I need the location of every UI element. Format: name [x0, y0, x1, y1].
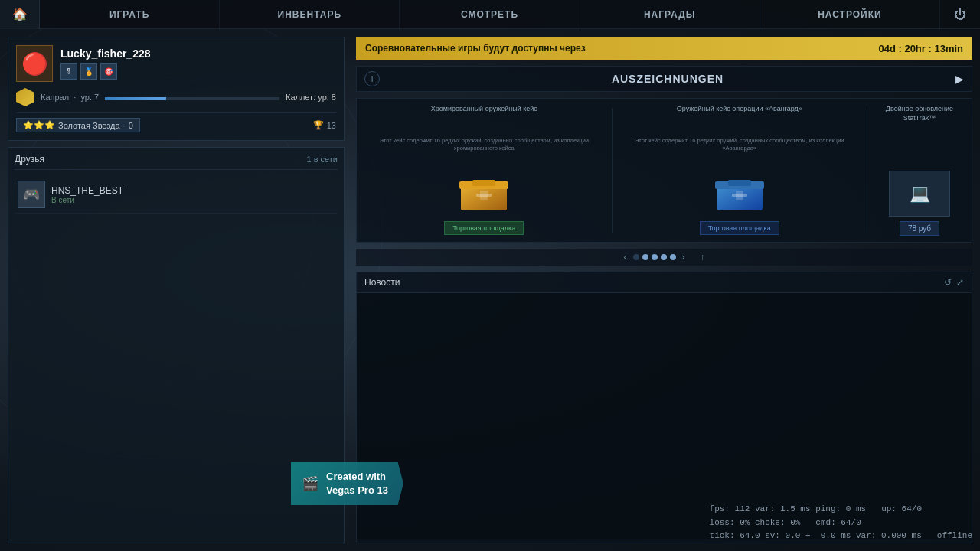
rank-badge: [16, 88, 34, 106]
profile-rank-row: Капрал · ур. 7 Каллет: ур. 8: [16, 88, 336, 106]
case-1-button[interactable]: Торговая площадка: [444, 221, 524, 235]
star-icon: ⭐⭐⭐: [23, 120, 55, 130]
friends-header: Друзья 1 в сети: [15, 154, 338, 170]
friends-title: Друзья: [15, 154, 44, 165]
case-2-desc: Этот кейс содержит 16 редких оружий, соз…: [619, 137, 861, 166]
top-navigation: 🏠 ИГРАТЬ ИНВЕНТАРЬ СМОТРЕТЬ НАГРАДЫ НАСТ…: [0, 0, 980, 29]
carousel-next[interactable]: ›: [679, 252, 688, 262]
perf-offline: offline: [937, 530, 972, 543]
profile-username: Lucky_fisher_228: [60, 47, 151, 60]
nav-inventory[interactable]: ИНВЕНТАРЬ: [220, 0, 400, 29]
star-badge: ⭐⭐⭐ Золотая Звезда · 0: [16, 118, 140, 132]
rank-text: Капрал · ур. 7: [41, 93, 99, 102]
carousel-dot-2[interactable]: [642, 254, 648, 260]
home-icon: 🏠: [12, 7, 28, 21]
case-1-title: Хромированный оружейный кейс: [431, 105, 537, 132]
nav-play[interactable]: ИГРАТЬ: [40, 0, 220, 29]
star-label: Золотая Звезда: [58, 121, 120, 130]
carousel-prev[interactable]: ‹: [621, 252, 630, 262]
profile-header: 🔴 Lucky_fisher_228 🎖 🏅 🎯: [16, 45, 336, 82]
svg-rect-8: [728, 180, 751, 186]
vegas-bg: 🎬 Created with Vegas Pro 13: [291, 462, 403, 505]
news-external-icon[interactable]: ⤢: [956, 277, 964, 288]
star-rank: ⭐⭐⭐ Золотая Звезда · 0: [16, 118, 140, 132]
news-refresh-icon[interactable]: ↺: [944, 277, 952, 288]
case-item-1: Хромированный оружейный кейс Этот кейс с…: [363, 105, 606, 236]
case-3-image: 💻: [889, 171, 950, 217]
perf-row-1: fps: 112 var: 1.5 ms ping: 0 ms up: 64/0: [710, 503, 972, 517]
trophy-value: 13: [327, 121, 336, 130]
perf-row-2: loss: 0% choke: 0% cmd: 64/0: [710, 517, 972, 530]
friends-count: 1 в сети: [306, 155, 338, 164]
trophy-icon: 🏆: [313, 120, 324, 130]
achievements-title: AUSZEICHNUNGEN: [612, 73, 724, 85]
case-3-title: Двойное обновление StatTrak™: [874, 105, 965, 132]
case-1-desc: Этот кейс содержит 16 редких оружий, соз…: [363, 137, 606, 166]
profile-card: 🔴 Lucky_fisher_228 🎖 🏅 🎯 Капрал · ур.: [8, 37, 345, 141]
carousel-dot-1[interactable]: [633, 254, 639, 260]
svg-rect-10: [736, 191, 743, 200]
performance-stats: fps: 112 var: 1.5 ms ping: 0 ms up: 64/0…: [710, 503, 972, 543]
alert-text: Соревновательные игры будут доступны чер…: [365, 43, 586, 54]
friend-avatar: 🎮: [18, 181, 45, 208]
carousel-nav: ‹ › ↑: [356, 249, 972, 266]
friend-item[interactable]: 🎮 HNS_THE_BEST В сети: [15, 176, 338, 214]
nav-watch[interactable]: СМОТРЕТЬ: [400, 0, 580, 29]
perf-loss: loss: 0% choke: 0%: [710, 517, 801, 530]
power-button[interactable]: ⏻: [940, 0, 980, 29]
power-icon: ⏻: [954, 8, 966, 21]
avatar: 🔴: [16, 45, 53, 82]
case-2-svg: [713, 174, 766, 214]
trophy-section: 🏆 13: [313, 120, 336, 130]
svg-rect-3: [472, 180, 495, 186]
svg-rect-5: [480, 191, 488, 200]
profile-bottom: ⭐⭐⭐ Золотая Звезда · 0 🏆 13: [16, 112, 336, 132]
news-title: Новости: [364, 277, 400, 288]
carousel-dot-3[interactable]: [652, 254, 658, 260]
news-icons: ↺ ⤢: [944, 277, 964, 288]
profile-icons: 🎖 🏅 🎯: [60, 63, 151, 80]
achievements-header: i AUSZEICHNUNGEN ▶: [356, 66, 972, 92]
info-button[interactable]: i: [364, 71, 380, 86]
perf-up: up: 64/0: [881, 503, 922, 517]
case-item-2: Оружейный кейс операции «Авангард» Этот …: [619, 105, 861, 236]
carousel-dot-5[interactable]: [670, 254, 676, 260]
friend-name: HNS_THE_BEST: [51, 185, 123, 196]
xp-label: Каллет: ур. 8: [286, 93, 336, 102]
xp-bar-container: [105, 97, 279, 100]
cases-divider-1: [612, 108, 612, 233]
nav-home-button[interactable]: 🏠: [0, 0, 40, 29]
profile-icon-2: 🏅: [80, 63, 97, 80]
alert-bar: Соревновательные игры будут доступны чер…: [356, 37, 972, 60]
case-2-button[interactable]: Торговая площадка: [700, 221, 779, 235]
cases-section: Хромированный оружейный кейс Этот кейс с…: [356, 98, 972, 243]
case-item-3: Двойное обновление StatTrak™ 💻 78 руб: [874, 105, 965, 236]
cases-divider-2: [867, 108, 867, 233]
case-3-price[interactable]: 78 руб: [900, 221, 939, 236]
perf-row-3: tick: 64.0 sv: 0.0 +- 0.0 ms var: 0.000 …: [710, 530, 972, 543]
star-separator: ·: [123, 121, 126, 130]
vegas-text: Created with Vegas Pro 13: [326, 470, 388, 497]
nav-settings[interactable]: НАСТРОЙКИ: [760, 0, 940, 29]
case-1-image: [453, 171, 514, 217]
perf-cmd: cmd: 64/0: [815, 517, 861, 530]
achievements-arrow[interactable]: ▶: [956, 73, 964, 85]
carousel-share[interactable]: ↑: [697, 252, 708, 262]
main-content: 🔴 Lucky_fisher_228 🎖 🏅 🎯 Капрал · ур.: [0, 29, 980, 551]
case-1-svg: [457, 174, 511, 214]
nav-rewards[interactable]: НАГРАДЫ: [580, 0, 760, 29]
xp-bar: [105, 97, 166, 100]
friend-status: В сети: [51, 196, 123, 204]
case-2-image: [709, 171, 770, 217]
perf-tick: tick: 64.0 sv: 0.0 +- 0.0 ms var: 0.000 …: [710, 530, 922, 543]
star-value: 0: [129, 121, 133, 130]
case-2-title: Оружейный кейс операции «Авангард»: [677, 105, 802, 132]
profile-icon-1: 🎖: [60, 63, 77, 80]
vegas-watermark: 🎬 Created with Vegas Pro 13: [291, 462, 403, 505]
right-panel: Соревновательные игры будут доступны чер…: [352, 29, 980, 551]
alert-timer: 04d : 20hr : 13min: [878, 43, 963, 54]
news-content: [357, 293, 972, 539]
profile-icon-3: 🎯: [100, 63, 117, 80]
carousel-dot-4[interactable]: [661, 254, 667, 260]
perf-fps: fps: 112 var: 1.5 ms ping: 0 ms: [710, 503, 867, 517]
